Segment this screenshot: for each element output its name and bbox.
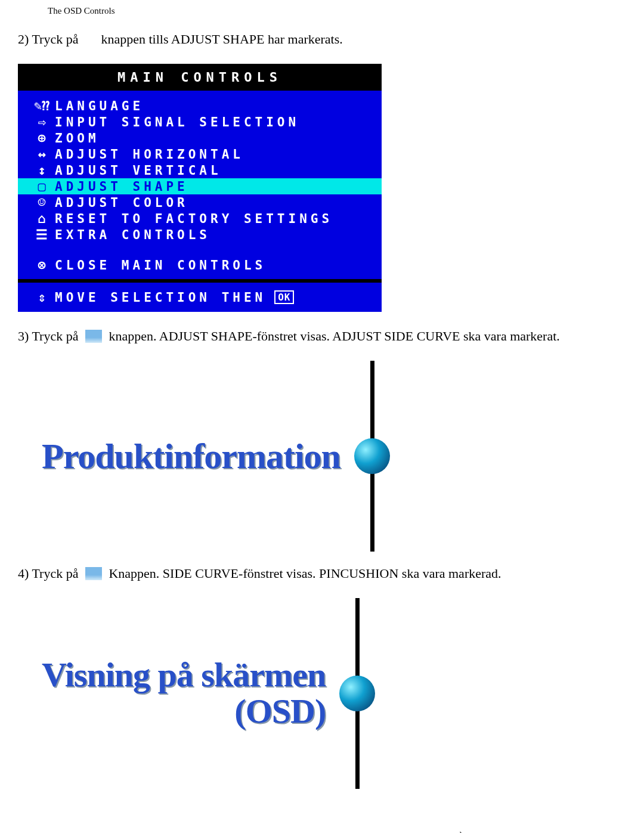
- menu-label: LANGUAGE: [55, 99, 144, 113]
- menu-label: ADJUST SHAPE: [55, 179, 188, 194]
- osd-item-extra-controls[interactable]: ☰EXTRA CONTROLS: [18, 227, 382, 243]
- bead-decoration: [336, 598, 378, 789]
- osd-item-adjust-vertical[interactable]: ↕ADJUST VERTICAL: [18, 162, 382, 178]
- button-icon: [85, 567, 102, 580]
- step-2-prefix: 2) Tryck på: [18, 32, 78, 47]
- menu-icon: ⊕: [29, 131, 55, 145]
- bead-decoration: [351, 361, 393, 552]
- graphic-2-text: Visning på skärmen (OSD): [42, 657, 326, 730]
- step-4-prefix: 4) Tryck på: [18, 566, 78, 581]
- osd-panel: MAIN CONTROLS ✎⁇LANGUAGE⇨INPUT SIGNAL SE…: [18, 64, 382, 312]
- close-icon: ⊗: [29, 258, 55, 272]
- osd-item-reset-to-factory-settings[interactable]: ⌂RESET TO FACTORY SETTINGS: [18, 210, 382, 227]
- menu-label: ZOOM: [55, 131, 100, 145]
- menu-icon: ↕: [29, 163, 55, 178]
- menu-label: ADJUST COLOR: [55, 196, 188, 210]
- osd-menu-list: ✎⁇LANGUAGE⇨INPUT SIGNAL SELECTION⊕ZOOM↔A…: [18, 91, 382, 279]
- menu-label: INPUT SIGNAL SELECTION: [55, 115, 299, 129]
- graphic-2-line2: (OSD): [42, 693, 326, 730]
- graphic-2-line1: Visning på skärmen: [42, 657, 326, 693]
- osd-close[interactable]: ⊗CLOSE MAIN CONTROLS: [18, 257, 382, 273]
- menu-icon: ↔: [29, 147, 55, 162]
- osd-item-adjust-shape[interactable]: ▢ADJUST SHAPE: [18, 178, 382, 194]
- page-footer: file:///D|/EDFU/crt_19_5/edoc/swedish/OS…: [18, 803, 626, 833]
- step-2: 2) Tryck påknappen tills ADJUST SHAPE ha…: [18, 32, 626, 47]
- step-2-text: knappen tills ADJUST SHAPE har markerats…: [101, 32, 342, 47]
- updown-icon: ⇕: [29, 290, 55, 305]
- osd-footer-label: MOVE SELECTION THEN: [55, 290, 266, 305]
- menu-label: RESET TO FACTORY SETTINGS: [55, 212, 333, 226]
- menu-icon: ⇨: [29, 114, 55, 129]
- osd-title: MAIN CONTROLS: [18, 64, 382, 91]
- ok-icon: OK: [274, 290, 294, 304]
- step-4-text: Knappen. SIDE CURVE-fönstret visas. PINC…: [109, 566, 501, 581]
- menu-icon: ▢: [29, 179, 55, 194]
- close-label: CLOSE MAIN CONTROLS: [55, 258, 266, 272]
- menu-icon: ✎⁇: [29, 98, 55, 113]
- menu-label: ADJUST HORIZONTAL: [55, 147, 244, 162]
- step-3-prefix: 3) Tryck på: [18, 329, 78, 343]
- osd-item-zoom[interactable]: ⊕ZOOM: [18, 130, 382, 146]
- graphic-1-text: Produktinformation: [42, 436, 340, 477]
- menu-icon: ⌂: [29, 211, 55, 226]
- osd-item-adjust-color[interactable]: ☺ADJUST COLOR: [18, 194, 382, 210]
- menu-icon: ☰: [29, 227, 55, 242]
- step-3: 3) Tryck på knappen. ADJUST SHAPE-fönstr…: [18, 329, 626, 344]
- osd-item-language[interactable]: ✎⁇LANGUAGE: [18, 98, 382, 114]
- button-icon: [85, 330, 102, 343]
- osd-item-adjust-horizontal[interactable]: ↔ADJUST HORIZONTAL: [18, 146, 382, 162]
- page-header: The OSD Controls: [18, 0, 626, 21]
- graphic-produktinformation: Produktinformation: [42, 361, 626, 552]
- graphic-osd: Visning på skärmen (OSD): [42, 598, 626, 789]
- osd-footer: ⇕ MOVE SELECTION THEN OK: [18, 279, 382, 312]
- step-4: 4) Tryck på Knappen. SIDE CURVE-fönstret…: [18, 566, 626, 581]
- menu-label: EXTRA CONTROLS: [55, 228, 210, 242]
- osd-item-input-signal-selection[interactable]: ⇨INPUT SIGNAL SELECTION: [18, 114, 382, 130]
- step-3-text: knappen. ADJUST SHAPE-fönstret visas. AD…: [109, 329, 559, 343]
- menu-label: ADJUST VERTICAL: [55, 163, 222, 178]
- menu-icon: ☺: [29, 195, 55, 210]
